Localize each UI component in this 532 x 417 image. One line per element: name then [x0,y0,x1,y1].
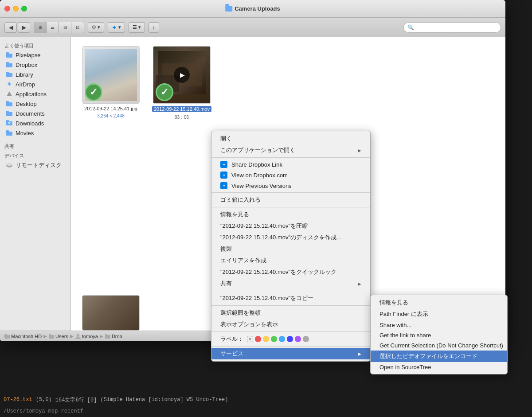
sidebar-label-documents: Documents [16,110,45,117]
sidebar-label-movies: Movies [16,130,34,136]
view-list-button[interactable]: ☰ [47,22,59,33]
svg-rect-21 [49,334,51,335]
sidebar-item-airdrop[interactable]: AirDrop [1,79,69,89]
sidebar-label-applications: Applications [16,91,47,97]
search-box[interactable]: 🔍 [403,22,501,33]
menu-item-alias[interactable]: エイリアスを作成 [211,255,370,266]
breadcrumb-tomoya[interactable]: tomoya [75,334,98,339]
svg-rect-19 [4,334,7,335]
menu-item-prev-versions[interactable]: View Previous Versions [211,180,370,191]
label-red[interactable] [255,336,261,342]
list-item[interactable]: 2012-09-22 15.12.40.mov 03：06 [151,46,213,121]
menu-item-info[interactable]: 情報を見る [211,209,370,220]
services-submenu: 情報を見る Path Finder に表示 Share with... Get … [370,295,508,374]
menu-item-copy[interactable]: "2012-09-22 15.12.40.mov"をコピー [211,292,370,304]
nav-buttons: ◀ ▶ [4,22,30,33]
separator-7 [211,346,370,347]
sidebar-item-remotedisk[interactable]: リモートディスク [1,160,69,171]
label-x[interactable]: ✕ [247,336,253,342]
sidebar-item-desktop[interactable]: Desktop [1,99,69,109]
downloads-icon [6,120,13,127]
arrange-button[interactable]: ☰ ▾ [129,22,145,33]
library-icon [6,71,13,78]
video-play-icon[interactable] [174,67,190,83]
action-button[interactable]: ⚙ ▾ [88,22,104,33]
label-gray[interactable] [303,336,309,342]
svg-rect-0 [6,54,12,58]
breadcrumb-macintosh[interactable]: Macintosh HD [4,334,42,339]
minimize-button[interactable] [13,6,19,12]
dropbox-arrow: ▾ [118,24,121,30]
back-button[interactable]: ◀ [4,22,17,33]
file-thumbnail-2 [153,46,211,104]
label-lightblue[interactable] [279,336,285,342]
search-input[interactable] [416,24,497,31]
submenu-item-share-with[interactable]: Share with... [371,320,507,330]
submenu-item-get-selection[interactable]: Get Current Selection (Do Not Change Sho… [371,340,507,351]
svg-rect-23 [105,335,110,339]
list-item[interactable]: 2012-09-22 14.25.41.jpg 3,264 × 2,448 [80,46,142,121]
view-icon-button[interactable]: ⊞ [34,22,47,33]
shared-label: 共有 [0,141,70,151]
menu-item-trash[interactable]: ゴミ箱に入れる [211,194,370,206]
terminal-filename: 07-26.txt [4,397,32,403]
action-arrow: ▾ [98,24,100,30]
view-cover-button[interactable]: ⊡ [71,22,84,33]
breadcrumb-dropb[interactable]: Drob [105,334,122,339]
submenu-item-path-finder[interactable]: Path Finder に表示 [371,308,507,320]
submenu-item-get-link[interactable]: Get the link to share [371,330,507,340]
menu-item-compress[interactable]: "2012-09-22 15.12.40.mov"を圧縮 [211,220,370,232]
sidebar-item-pixelapse[interactable]: Pixelapse [1,50,69,60]
search-icon: 🔍 [407,24,414,31]
svg-rect-15 [6,130,9,132]
svg-rect-24 [105,334,107,335]
submenu-item-encode-video[interactable]: 選択したビデオファイルをエンコード [371,351,507,362]
separator-4 [211,291,370,291]
close-button[interactable] [4,6,10,12]
menu-item-share-dropbox[interactable]: Share Dropbox Link [211,159,370,170]
label-yellow[interactable] [263,336,269,342]
menu-item-view-dropbox[interactable]: View on Dropbox.com [211,170,370,180]
menu-item-services[interactable]: サービス ▶ [211,348,370,359]
share-button[interactable]: ↑ [149,22,159,33]
file-thumbnail-3 [82,295,140,331]
sidebar-item-documents[interactable]: Documents [1,109,69,118]
svg-rect-3 [6,62,9,64]
submenu-item-open-sourcetree[interactable]: Open in SourceTree [371,362,507,372]
list-item[interactable] [80,295,142,331]
sidebar-item-applications[interactable]: Applications [1,89,69,99]
sidebar-item-dropbox[interactable]: Dropbox [1,60,69,70]
separator-2 [211,192,370,193]
sidebar-item-downloads[interactable]: Downloads [1,118,69,128]
view-column-button[interactable]: ⊟ [59,22,71,33]
sidebar-item-library[interactable]: Library [1,70,69,79]
terminal-line1: 07-26.txt (5,0) 164文字6行 [0] (Simple Hate… [0,394,532,405]
remotedisk-icon [6,162,13,169]
applications-icon [6,90,13,97]
menu-item-quicklook[interactable]: "2012-09-22 15.12.40.mov"をクイックルック [211,266,370,278]
menu-item-display-options[interactable]: 表示オプションを表示 [211,319,370,330]
label-green[interactable] [271,336,277,342]
pixelapse-icon [6,51,13,58]
share-icon: ↑ [153,25,155,30]
label-blue[interactable] [287,336,293,342]
submenu-item-info[interactable]: 情報を見る [371,297,507,308]
forward-button[interactable]: ▶ [18,22,30,33]
menu-item-arrange[interactable]: 選択範囲を整頓 [211,307,370,319]
maximize-button[interactable] [21,6,27,12]
dropbox-button[interactable]: ✦ ▾ [108,22,125,33]
svg-rect-8 [6,102,12,106]
menu-item-open[interactable]: 開く [211,133,370,144]
menu-item-open-with[interactable]: このアプリケーションで開く ▶ [211,144,370,156]
terminal-line2: /Users/tomoya-mbp-recentf [0,405,532,417]
label-purple[interactable] [295,336,301,342]
menu-item-disk-image[interactable]: "2012-09-22 15.12.40.mov"のディスクを作成... [211,232,370,243]
arrange-arrow: ▾ [138,24,141,30]
sidebar-label-downloads: Downloads [16,120,44,127]
menu-item-share[interactable]: 共有 ▶ [211,278,370,289]
gear-icon: ⚙ [92,24,96,30]
breadcrumb-users[interactable]: Users [49,334,68,339]
file-duration-2: 03：06 [175,114,189,121]
sidebar-item-movies[interactable]: Movies [1,128,69,138]
menu-item-duplicate[interactable]: 複製 [211,243,370,255]
